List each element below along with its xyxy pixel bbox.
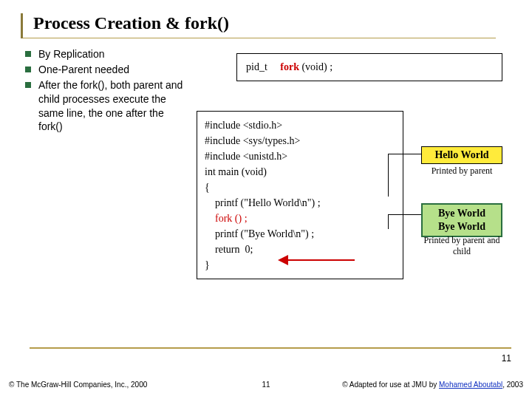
output-hello-box: Hello World [421,146,502,164]
footer-author-link[interactable]: Mohamed Aboutabl [439,381,502,389]
signature-return: pid_t [246,61,267,72]
footer: © The McGraw-Hill Companies, Inc., 2000 … [9,381,523,389]
slide-title: Process Creation & fork() [33,13,511,33]
output-hello-caption: Printed by parent [421,166,502,177]
bullet-icon [25,51,31,57]
code-line: #include <unistd.h> [205,149,395,164]
bullet-text: One-Parent needed [38,63,129,77]
connector-line [388,154,421,154]
page-number: 11 [502,353,511,364]
code-line: #include <sys/types.h> [205,133,395,149]
bullet-text: By Replication [38,47,105,61]
output-text: Bye World [430,220,494,233]
code-line: int main (void) [205,164,395,180]
bullet-list: By Replication One-Parent needed After t… [21,47,183,135]
connector-line [388,214,389,229]
fork-signature-box: pid_t fork (void) ; [236,53,502,81]
slide: Process Creation & fork() By Replication… [0,0,532,399]
signature-args: (void) ; [301,61,332,72]
code-line: { [205,180,395,195]
footer-right-suffix: , 2003 [502,381,523,389]
connector-line [388,214,421,215]
title-block: Process Creation & fork() [21,13,511,38]
code-line: #include <stdio.h> [205,117,395,133]
arrow-icon [288,259,355,261]
output-bye-box: Bye World Bye World [421,203,502,237]
list-item: By Replication [25,47,183,61]
code-line: printf ("Bye World\n") ; [205,226,395,242]
code-line: return 0; [205,242,395,257]
title-rule [23,38,496,38]
output-text: Hello World [434,149,488,160]
output-bye-caption: Printed by parent and child [421,235,502,257]
footer-rule [30,347,511,349]
list-item: One-Parent needed [25,63,183,77]
code-line: printf ("Hello World\n") ; [205,195,395,211]
code-fork-line: fork () ; [205,211,395,226]
output-text: Bye World [430,207,494,220]
code-box: #include <stdio.h> #include <sys/types.h… [197,111,403,279]
footer-right: © Adapted for use at JMU by Mohamed Abou… [342,381,523,389]
signature-name: fork [280,61,299,72]
bullet-icon [25,66,31,72]
footer-right-prefix: © Adapted for use at JMU by [342,381,439,389]
connector-line [388,154,389,197]
bullet-text: After the fork(), both parent and child … [38,78,183,134]
footer-left: © The McGraw-Hill Companies, Inc., 2000 [9,381,147,389]
footer-center: 11 [262,381,270,389]
bullet-icon [25,82,31,88]
list-item: After the fork(), both parent and child … [25,78,183,134]
